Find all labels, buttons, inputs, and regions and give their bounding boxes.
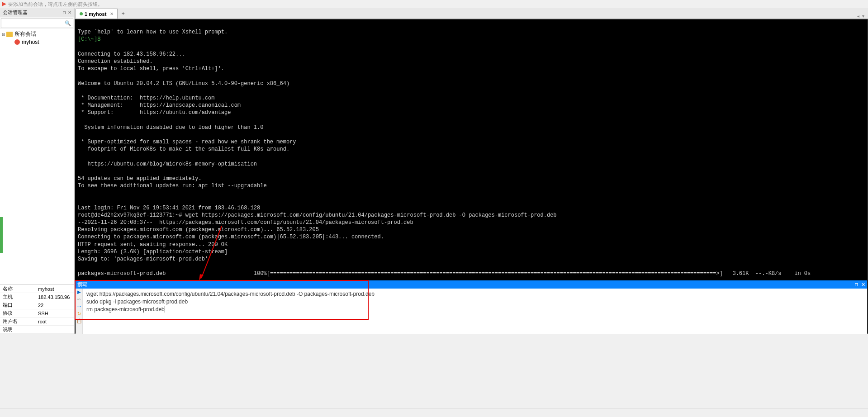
pin-icon[interactable]: ⊓ [62,10,66,15]
terminal-line: --2021-11-26 20:08:37-- https://packages… [78,219,413,226]
terminal-line: footprint of MicroK8s to make it the sma… [78,146,289,152]
compose-header-controls: ⊓ ✕ [854,282,865,288]
prop-value: myhost [35,286,74,292]
properties-table: 名称 myhost 主机 182.43.158.96 端口 22 协议 SSH … [0,284,74,334]
prop-label: 说明 [0,326,35,333]
terminal-line: System information disabled due to load … [78,124,263,131]
terminal-line: Connecting to packages.microsoft.com (pa… [78,234,384,240]
terminal-prompt: [C:\~]$ [78,36,100,43]
terminal-line: Connecting to 182.43.158.96:22... [78,51,185,57]
prop-label: 协议 [0,310,35,317]
tab-name: myhost [89,11,106,17]
table-row: 用户名 root [0,317,74,326]
terminal-line: HTTP request sent, awaiting response... … [78,242,228,248]
tree-host-myhost[interactable]: myhost [1,38,73,46]
sidebar-header-controls: ⊓ ✕ [62,10,71,15]
close-icon[interactable]: ✕ [861,282,865,288]
tree-root-label: 所有会话 [14,30,36,38]
table-row: 端口 22 [0,301,74,309]
sidebar-title: 会话管理器 [3,9,28,16]
compose-line: rm packages-microsoft-prod.deb [86,306,863,313]
prop-label: 用户名 [0,318,35,325]
prop-label: 主机 [0,294,35,300]
terminal-line: 54 updates can be applied immediately. [78,175,202,182]
compose-textarea[interactable]: wget https://packages.microsoft.com/conf… [83,289,867,334]
search-icon: 🔍 [65,20,71,26]
sidebar-header: 会话管理器 ⊓ ✕ [0,8,74,17]
terminal-line: Last login: Fri Nov 26 19:53:41 2021 fro… [78,205,260,211]
compose-title: 撰写 [77,281,87,288]
flag-icon [2,2,6,6]
terminal-line: To escape to local shell, press 'Ctrl+Al… [78,66,224,72]
prop-value: root [35,319,74,324]
terminal-line: root@de4d2h2xv97kq3ef-1123771:~# wget ht… [78,212,557,218]
add-tab-button[interactable]: + [119,9,128,19]
tab-bar: 1 myhost ✕ + ◂ ▾ [75,8,868,19]
expander-icon[interactable]: ⊟ [2,32,6,37]
hint-text: 要添加当前会话，请点击左侧的箭头按钮。 [8,1,103,8]
tab-number: 1 [85,11,87,17]
prop-value: 182.43.158.96 [35,294,74,300]
terminal-line: Connection established. [78,58,153,65]
history-fwd-icon[interactable]: ⤻ [76,304,82,309]
table-row: 主机 182.43.158.96 [0,293,74,301]
send-icon[interactable]: ▶ [76,289,82,295]
history-back-icon[interactable]: ⤺ [76,297,82,302]
connection-status-icon [80,12,83,15]
close-tab-icon[interactable]: ✕ [110,11,114,16]
close-icon[interactable]: ✕ [68,10,71,15]
terminal-line: * Support: https://ubuntu.com/advantage [78,109,231,116]
redo-icon[interactable]: ↻ [76,311,82,317]
resize-handle[interactable] [0,217,3,253]
host-icon [14,39,20,45]
tabs-right-controls: ◂ ▾ [857,14,868,19]
compose-body: ▶ ⤺ ⤻ ↻ 📋 wget https://packages.microsof… [76,289,867,334]
paste-icon[interactable]: 📋 [76,318,82,324]
terminal-line: * Documentation: https://help.ubuntu.com [78,95,214,101]
tab-menu-icon[interactable]: ▾ [862,14,864,19]
compose-header[interactable]: 撰写 ⊓ ✕ [76,280,867,289]
prop-value: SSH [35,311,74,316]
terminal-line: https://ubuntu.com/blog/microk8s-memory-… [78,161,257,167]
compose-line: sudo dpkg -i packages-microsoft-prod.deb [86,298,863,306]
terminal-progress: packages-microsoft-prod.deb 100%[=======… [78,270,811,277]
status-bar [0,408,868,417]
search-input[interactable]: 🔍 [1,18,73,28]
terminal-line: * Management: https://landscape.canonica… [78,102,241,109]
top-hint-bar: 要添加当前会话，请点击左侧的箭头按钮。 [0,0,868,8]
terminal-line: Length: 3696 (3.6K) [application/octet-s… [78,249,228,255]
compose-toolbar: ▶ ⤺ ⤻ ↻ 📋 [76,289,83,334]
table-row: 协议 SSH [0,309,74,317]
tree-root[interactable]: ⊟ 所有会话 [1,30,73,38]
terminal-line: Resolving packages.microsoft.com (packag… [78,227,319,233]
terminal-line: Saving to: 'packages-microsoft-prod.deb' [78,256,208,262]
prop-value: 22 [35,303,74,308]
sidebar: 会话管理器 ⊓ ✕ 🔍 ⊟ 所有会话 myhost [0,8,75,334]
prop-label: 名称 [0,285,35,292]
compose-panel: 撰写 ⊓ ✕ ▶ ⤺ ⤻ ↻ 📋 wget https://packages.m… [76,280,867,334]
compose-line: wget https://packages.microsoft.com/conf… [86,290,863,298]
session-tree[interactable]: ⊟ 所有会话 myhost [0,29,74,284]
tab-menu-icon[interactable]: ◂ [857,14,859,19]
terminal-line: Welcome to Ubuntu 20.04.2 LTS (GNU/Linux… [78,81,289,87]
table-row: 名称 myhost [0,285,74,293]
terminal-line: Type `help' to learn how to use Xshell p… [78,29,228,35]
table-row: 说明 [0,326,74,334]
prop-label: 端口 [0,302,35,308]
tab-myhost[interactable]: 1 myhost ✕ [76,9,118,19]
terminal-line: * Super-optimized for small spaces - rea… [78,139,296,145]
folder-icon [6,32,13,37]
tree-host-label: myhost [22,39,39,45]
pin-icon[interactable]: ⊓ [854,282,859,288]
terminal-line: To see these additional updates run: apt… [78,183,267,189]
